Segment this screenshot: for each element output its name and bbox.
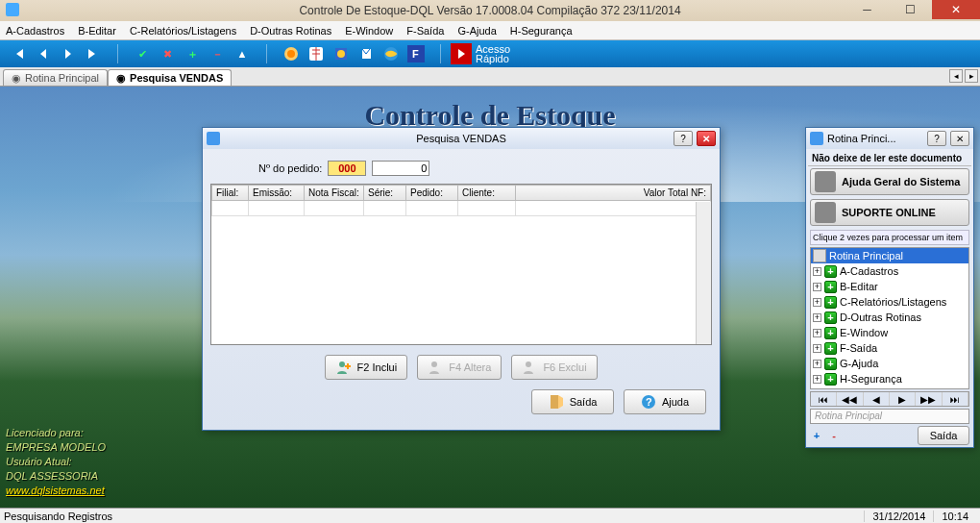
expand-icon[interactable]: +: [813, 283, 821, 291]
col-cliente[interactable]: Cliente:: [458, 186, 516, 201]
col-valor[interactable]: Valor Total NF:: [516, 186, 711, 201]
tab-rotina[interactable]: ◉Rotina Principal: [3, 69, 108, 86]
folder-icon: [813, 249, 826, 262]
tree-node[interactable]: ++B-Editar: [811, 279, 968, 294]
tb-icon-2[interactable]: [306, 43, 327, 64]
tab-icon: ◉: [116, 72, 126, 85]
f6-exclui-button[interactable]: F6 Exclui: [511, 355, 597, 380]
col-emissao[interactable]: Emissão:: [249, 186, 305, 201]
f2-inclui-button[interactable]: F2 Inclui: [325, 355, 407, 380]
ajuda-button[interactable]: ? Ajuda: [624, 389, 706, 414]
expand-icon[interactable]: +: [813, 375, 821, 384]
plus-icon: +: [824, 311, 837, 324]
rp-help-button[interactable]: ?: [927, 131, 946, 146]
grid-scrollbar[interactable]: [696, 202, 711, 344]
tree-node[interactable]: ++H-Segurança: [811, 371, 968, 386]
tb-up[interactable]: ▲: [232, 43, 253, 64]
tree-root[interactable]: Rotina Principal: [811, 248, 968, 263]
acesso-rapido[interactable]: AcessoRápido: [451, 43, 510, 64]
rp-close-button[interactable]: ✕: [950, 131, 969, 146]
f4-altera-button[interactable]: F4 Altera: [417, 355, 502, 380]
tab-pesquisa[interactable]: ◉Pesquisa VENDAS: [108, 69, 232, 86]
expand-icon[interactable]: +: [813, 313, 821, 322]
close-button[interactable]: ✕: [932, 0, 980, 19]
menu-saida[interactable]: F-Saída: [406, 25, 444, 37]
col-filial[interactable]: Filial:: [212, 186, 249, 201]
expand-icon[interactable]: +: [813, 344, 821, 353]
col-nf[interactable]: Nota Fiscal:: [305, 186, 364, 201]
rp-icon: [810, 132, 823, 145]
tree-node[interactable]: ++E-Window: [811, 325, 968, 340]
tb-cancel[interactable]: ✖: [157, 43, 178, 64]
tb-last[interactable]: [83, 43, 104, 64]
nav-first[interactable]: ⏮: [811, 392, 837, 406]
tb-next[interactable]: [58, 43, 79, 64]
support-icon: [815, 202, 836, 223]
menubar: A-Cadastros B-Editar C-Relatórios/Listag…: [0, 21, 980, 40]
tb-ie-icon[interactable]: [380, 43, 402, 64]
rotina-tree[interactable]: Rotina Principal ++A-Cadastros ++B-Edita…: [810, 247, 969, 389]
tb-f-icon[interactable]: F: [405, 43, 427, 64]
tb-remove[interactable]: －: [207, 43, 228, 64]
results-grid[interactable]: Filial: Emissão: Nota Fiscal: Série: Ped…: [210, 184, 712, 345]
plus-icon: +: [824, 296, 837, 309]
menu-window[interactable]: E-Window: [345, 25, 393, 37]
rp-titlebar[interactable]: Rotina Princi... ? ✕: [806, 128, 973, 149]
nav-prevpage[interactable]: ◀◀: [837, 392, 863, 406]
expand-all[interactable]: +: [810, 430, 823, 441]
menu-seguranca[interactable]: H-Segurança: [510, 25, 573, 37]
rp-title: Rotina Princi...: [827, 133, 896, 144]
tree-node[interactable]: ++D-Outras Rotinas: [811, 310, 968, 325]
tab-nav-left[interactable]: ◂: [949, 69, 963, 83]
tree-node[interactable]: ++G-Ajuda: [811, 356, 968, 371]
pv-help-button[interactable]: ?: [674, 131, 693, 146]
expand-icon[interactable]: +: [813, 360, 821, 368]
ajuda-geral-button[interactable]: Ajuda Geral do Sistema: [810, 168, 969, 195]
menu-outras[interactable]: D-Outras Rotinas: [250, 25, 331, 37]
pv-close-button[interactable]: ✕: [697, 131, 716, 146]
svg-text:?: ?: [646, 396, 652, 408]
menu-ajuda[interactable]: G-Ajuda: [457, 25, 496, 37]
maximize-button[interactable]: ☐: [889, 0, 932, 19]
website-link[interactable]: www.dqlsistemas.net: [6, 485, 105, 496]
collapse-all[interactable]: -: [827, 430, 841, 441]
pesquisa-vendas-window: Pesquisa VENDAS ? ✕ Nº do pedido: Filial…: [202, 127, 721, 431]
tb-prev[interactable]: [33, 43, 54, 64]
tree-node[interactable]: ++A-Cadastros: [811, 263, 968, 279]
col-serie[interactable]: Série:: [364, 186, 406, 201]
tab-nav-right[interactable]: ▸: [965, 69, 978, 83]
nav-nextpage[interactable]: ▶▶: [916, 392, 942, 406]
expand-icon[interactable]: +: [813, 267, 821, 276]
rotina-window: Rotina Princi... ? ✕ Não deixe de ler es…: [805, 127, 974, 448]
menu-relatorios[interactable]: C-Relatórios/Listagens: [130, 25, 236, 37]
tree-crumb: Rotina Principal: [810, 409, 969, 424]
expand-icon[interactable]: +: [813, 329, 821, 337]
menu-editar[interactable]: B-Editar: [78, 25, 116, 37]
rp-saida-button[interactable]: Saída: [918, 426, 969, 445]
pv-titlebar[interactable]: Pesquisa VENDAS ? ✕: [203, 128, 720, 149]
doc-notice: Não deixe de ler este documento: [808, 151, 971, 166]
nav-next[interactable]: ▶: [890, 392, 916, 406]
pedido-input-2[interactable]: [372, 161, 429, 176]
tb-add[interactable]: ＋: [182, 43, 203, 64]
tb-first[interactable]: [8, 43, 29, 64]
pedido-label: Nº do pedido:: [258, 162, 322, 174]
tb-icon-4[interactable]: [355, 43, 377, 64]
pedido-input-1[interactable]: [328, 161, 366, 176]
nav-last[interactable]: ⏭: [943, 392, 968, 406]
expand-icon[interactable]: +: [813, 298, 821, 307]
tb-icon-3[interactable]: [331, 43, 352, 64]
nav-prev[interactable]: ◀: [864, 392, 890, 406]
saida-button[interactable]: Saída: [531, 389, 614, 414]
suporte-online-button[interactable]: SUPORTE ONLINE: [810, 199, 969, 226]
menu-cadastros[interactable]: A-Cadastros: [6, 25, 64, 37]
tree-node[interactable]: ++C-Relatórios/Listagens: [811, 294, 968, 310]
tab-icon: ◉: [12, 72, 21, 85]
acesso-icon: [451, 43, 472, 64]
toolbar: ✔ ✖ ＋ － ▲ F AcessoRápido: [0, 40, 980, 67]
tb-check[interactable]: ✔: [132, 43, 153, 64]
minimize-button[interactable]: ─: [845, 0, 889, 19]
tree-node[interactable]: ++F-Saída: [811, 340, 968, 356]
tb-icon-1[interactable]: [281, 43, 302, 64]
col-pedido[interactable]: Pedido:: [406, 186, 458, 201]
